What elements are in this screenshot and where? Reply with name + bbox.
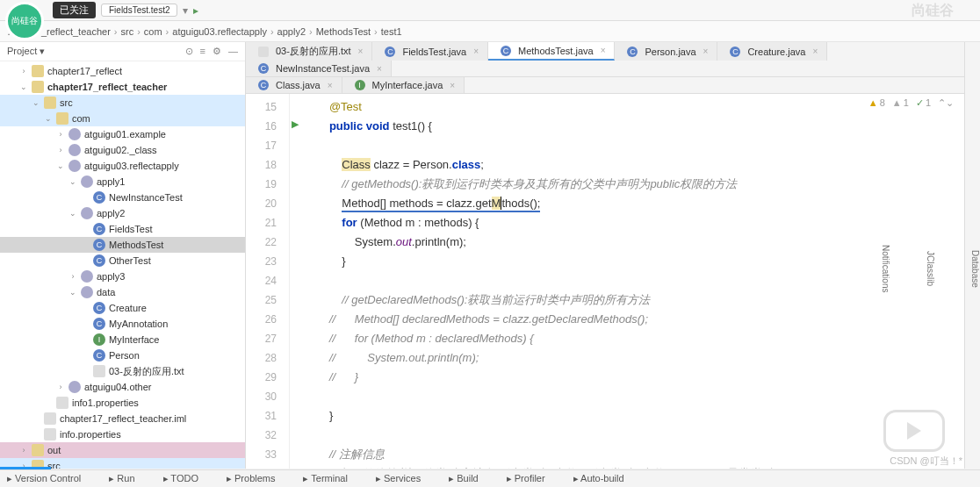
tree-item-chapter17_reflect_teacher[interactable]: ⌄chapter17_reflect_teacher: [0, 79, 245, 95]
tree-item-info1-properties[interactable]: info1.properties: [0, 395, 245, 411]
tree-item-fieldstest[interactable]: CFieldsTest: [0, 221, 245, 237]
code-line[interactable]: // getDeclaredMethods():获取当前运行时类中声明的所有方法: [304, 290, 950, 310]
breadcrumb-item[interactable]: apply2: [277, 26, 306, 37]
project-panel-title[interactable]: Project: [7, 46, 37, 56]
line-number[interactable]: 29: [246, 368, 277, 387]
line-number[interactable]: 32: [246, 426, 277, 445]
select-opened-icon[interactable]: ⊙: [185, 46, 193, 57]
tool-stripe-database[interactable]: Database: [970, 250, 980, 288]
status-problems[interactable]: ▸ Problems: [227, 473, 276, 484]
code-line[interactable]: // }: [304, 368, 950, 387]
line-number[interactable]: 16: [246, 117, 277, 136]
code-line[interactable]: }: [304, 406, 950, 426]
code-line[interactable]: [304, 387, 950, 406]
status-auto-build[interactable]: ▸ Auto-build: [573, 473, 624, 484]
tab-methodstest-java[interactable]: CMethodsTest.java×: [488, 42, 615, 61]
code-line[interactable]: Class clazz = Person.class;: [304, 155, 950, 175]
collapse-icon[interactable]: ≡: [200, 46, 205, 57]
code-line[interactable]: // 注解信息: [304, 445, 950, 464]
line-number[interactable]: 30: [246, 387, 277, 406]
tree-item-apply2[interactable]: ⌄apply2: [0, 205, 245, 221]
status-terminal[interactable]: ▸ Terminal: [303, 473, 347, 484]
line-number[interactable]: 19: [246, 175, 277, 194]
code-line[interactable]: // getMethods():获取到运行时类本身及其所有的父类中声明为publ…: [304, 175, 950, 194]
tree-item-myinterface[interactable]: IMyInterface: [0, 332, 245, 347]
status-profiler[interactable]: ▸ Profiler: [507, 473, 545, 484]
tree-item-chapter17_reflect_teacher-iml[interactable]: chapter17_reflect_teacher.iml: [0, 411, 245, 426]
line-number[interactable]: 23: [246, 252, 277, 271]
tab-myinterface-java[interactable]: IMyInterface.java×: [342, 77, 465, 93]
tree-item-othertest[interactable]: COtherTest: [0, 253, 245, 269]
code-line[interactable]: // System.out.println(m);: [304, 348, 950, 368]
code-line[interactable]: // Method[] declaredMethods = clazz.getD…: [304, 310, 950, 329]
status-build[interactable]: ▸ Build: [449, 473, 479, 484]
line-gutter[interactable]: 1516171819202122232425262728293031323334…: [246, 94, 290, 469]
project-tree[interactable]: ›chapter17_reflect⌄chapter17_reflect_tea…: [0, 61, 245, 469]
tab-person-java[interactable]: CPerson.java×: [615, 42, 717, 61]
tab-pill[interactable]: FieldsTest.test2: [101, 4, 177, 17]
breadcrumb-item[interactable]: test1: [381, 26, 402, 37]
tree-item-apply3[interactable]: ›apply3: [0, 269, 245, 284]
line-number[interactable]: 22: [246, 233, 277, 252]
status-version-control[interactable]: ▸ Version Control: [7, 473, 81, 484]
code-line[interactable]: System.out.println(m);: [304, 233, 950, 252]
tab-fieldstest-java[interactable]: CFieldsTest.java×: [372, 42, 488, 61]
close-icon[interactable]: ×: [703, 47, 709, 56]
status-run[interactable]: ▸ Run: [109, 473, 134, 484]
line-number[interactable]: 21: [246, 213, 277, 233]
code-line[interactable]: for (Method m : methods) {: [304, 213, 950, 233]
code-editor[interactable]: @Test public void test1() { Class clazz …: [290, 94, 964, 469]
code-line[interactable]: public void test1() {: [304, 117, 950, 136]
line-number[interactable]: 28: [246, 348, 277, 368]
play-button[interactable]: [883, 410, 945, 452]
close-icon[interactable]: ×: [812, 47, 818, 56]
breadcrumb-item[interactable]: com: [144, 26, 162, 37]
tab-class-java[interactable]: CClass.java×: [246, 77, 342, 93]
tree-item-atguigu01-example[interactable]: ›atguigu01.example: [0, 126, 245, 142]
line-number[interactable]: 25: [246, 290, 277, 310]
tab-newinstancetest-java[interactable]: CNewInstanceTest.java×: [246, 61, 392, 76]
gear-icon[interactable]: ⚙: [213, 46, 221, 57]
line-number[interactable]: 27: [246, 329, 277, 348]
tree-item-com[interactable]: ⌄com: [0, 111, 245, 126]
line-number[interactable]: 26: [246, 310, 277, 329]
close-icon[interactable]: ×: [450, 81, 455, 90]
run-gutter-icon[interactable]: ▶: [292, 118, 299, 130]
chevron-up-down-icon[interactable]: ⌃⌄: [938, 97, 954, 109]
tree-item-info-properties[interactable]: info.properties: [0, 426, 245, 442]
dropdown-icon[interactable]: ▾: [183, 4, 188, 17]
hammer-icon[interactable]: ▸: [193, 4, 198, 17]
tree-item-atguigu04-other[interactable]: ›atguigu04.other: [0, 379, 245, 395]
line-number[interactable]: 31: [246, 406, 277, 426]
close-icon[interactable]: ×: [358, 47, 364, 56]
tree-item-atguigu02-_class[interactable]: ›atguigu02._class: [0, 142, 245, 158]
code-line[interactable]: // 权限修饰符 返回值类型 方法名(形参类型1 参数1,形参类型2 参数2,.…: [304, 464, 950, 469]
line-number[interactable]: 34: [246, 464, 277, 469]
tab-creature-java[interactable]: CCreature.java×: [717, 42, 827, 61]
tree-item-person[interactable]: CPerson: [0, 347, 245, 363]
code-line[interactable]: [304, 426, 950, 445]
line-number[interactable]: 15: [246, 97, 277, 117]
line-number[interactable]: 18: [246, 155, 277, 175]
line-number[interactable]: 24: [246, 271, 277, 290]
close-icon[interactable]: ×: [601, 46, 606, 55]
tree-item-myannotation[interactable]: CMyAnnotation: [0, 316, 245, 332]
tab-03-txt[interactable]: 03-反射的应用.txt×: [246, 42, 372, 61]
line-number[interactable]: 20: [246, 194, 277, 213]
tree-item-newinstancetest[interactable]: CNewInstanceTest: [0, 190, 245, 205]
tree-item-data[interactable]: ⌄data: [0, 284, 245, 300]
code-line[interactable]: @Test: [304, 97, 950, 117]
code-line[interactable]: [304, 136, 950, 155]
code-line[interactable]: // for (Method m : declaredMethods) {: [304, 329, 950, 348]
hide-icon[interactable]: —: [228, 46, 238, 57]
tree-item-atguigu03-reflectapply[interactable]: ⌄atguigu03.reflectapply: [0, 158, 245, 174]
breadcrumb-item[interactable]: src: [120, 26, 133, 37]
close-icon[interactable]: ×: [377, 64, 382, 74]
breadcrumb-item[interactable]: _reflect_teacher: [41, 26, 111, 37]
breadcrumb-item[interactable]: MethodsTest: [316, 26, 371, 37]
tree-item-methodstest[interactable]: CMethodsTest: [0, 237, 245, 253]
line-number[interactable]: 33: [246, 445, 277, 464]
tree-item-out[interactable]: ›out: [0, 442, 245, 458]
tree-item-src[interactable]: ⌄src: [0, 95, 245, 111]
tree-item-apply1[interactable]: ⌄apply1: [0, 174, 245, 190]
